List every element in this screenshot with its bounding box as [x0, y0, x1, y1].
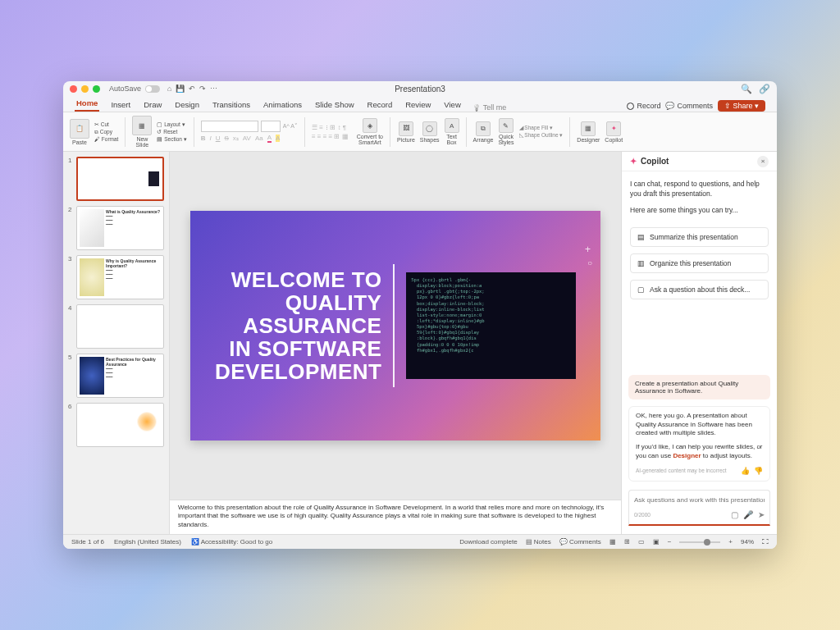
notes-toggle[interactable]: ▤ Notes [526, 538, 551, 546]
shapeoutline-button[interactable]: ◺ Shape Outline ▾ [519, 132, 564, 139]
paste-icon[interactable]: 📋 [70, 119, 89, 139]
doc-title: Presentation3 [63, 84, 777, 94]
status-bar: Slide 1 of 6 English (United States) ♿ A… [63, 534, 777, 549]
font-size[interactable] [261, 121, 281, 132]
thumb-6[interactable]: 6Conclusion [68, 403, 164, 447]
tab-slideshow[interactable]: Slide Show [313, 98, 356, 112]
tab-view[interactable]: View [442, 98, 462, 112]
doc-icon: ▤ [637, 233, 645, 241]
download-status: Download complete [459, 538, 517, 546]
slide-title[interactable]: WELCOME TO QUALITY ASSURANCE IN SOFTWARE… [215, 268, 381, 383]
question-icon: ▢ [637, 285, 645, 294]
textbox-icon[interactable]: A [445, 118, 459, 133]
comments-toggle[interactable]: 💬 Comments [559, 538, 601, 546]
designer-button[interactable]: ▦Designer [577, 121, 600, 143]
comments-button[interactable]: 💬 Comments [665, 102, 713, 110]
accessibility[interactable]: ♿ Accessibility: Good to go [191, 538, 272, 546]
slide[interactable]: WELCOME TO QUALITY ASSURANCE IN SOFTWARE… [190, 211, 600, 441]
thumb-2[interactable]: 2What is Quality Assurance?━━━━━━━━━━━━ [68, 206, 164, 250]
paste-group[interactable]: 📋 Paste [70, 119, 89, 145]
user-message: Create a presentation about Quality Assu… [628, 375, 770, 399]
shapes-icon[interactable]: ◯ [422, 121, 437, 136]
tab-review[interactable]: Review [404, 98, 432, 112]
send-icon[interactable]: ➤ [758, 510, 765, 519]
shapefill-button[interactable]: ◢ Shape Fill ▾ [519, 125, 564, 131]
copilot-icon[interactable]: ✦ [606, 121, 621, 136]
sugg-ask[interactable]: ▢Ask a question about this deck... [630, 280, 769, 299]
copilot-input-box[interactable]: 0/2000▢🎤➤ [628, 490, 770, 526]
reset-button[interactable]: ↺ Reset [157, 129, 186, 135]
thumb-1[interactable]: 1WELCOME TO QUALITY ASSURANCE IN SOFTWAR… [68, 157, 164, 201]
copilot-pane: Copilot× I can chat, respond to question… [621, 152, 777, 534]
quick-icon[interactable]: ✎ [499, 118, 514, 133]
sugg-organize[interactable]: ▥Organize this presentation [630, 253, 769, 273]
mic-icon[interactable]: 🎤 [743, 510, 753, 519]
titlebar: AutoSave ⌂ 💾 ↶ ↷ ⋯ Presentation3 🔍 🔗 [63, 81, 777, 96]
zoom-level[interactable]: 94% [741, 538, 754, 546]
copilot-ribbon-button[interactable]: ✦Copilot [605, 121, 623, 143]
font-select[interactable] [201, 121, 258, 132]
tab-home[interactable]: Home [75, 96, 99, 112]
arrange-icon[interactable]: ⧉ [476, 121, 491, 136]
code-image[interactable]: 5px {ccc}.gbrtl .gbm{- display:block;pos… [406, 272, 576, 379]
layout-button[interactable]: ▢ Layout ▾ [157, 121, 186, 128]
zoom-out[interactable]: − [668, 538, 672, 546]
view-normal-icon[interactable]: ▦ [609, 538, 616, 546]
thumb-3[interactable]: 3Why is Quality Assurance Important?━━━━… [68, 255, 164, 299]
sugg-summarize[interactable]: ▤Summarize this presentation [630, 227, 769, 247]
new-slide[interactable]: ▦ New Slide [132, 116, 152, 148]
tab-draw[interactable]: Draw [142, 98, 163, 112]
copilot-header: Copilot× [622, 152, 777, 171]
ribbon: 📋 Paste ✂ Cut ⧉ Copy 🖌 Format ▦ New Slid… [63, 112, 777, 152]
smartart[interactable]: ◈ Convert to SmartArt [357, 118, 383, 145]
close-copilot[interactable]: × [757, 156, 769, 167]
language[interactable]: English (United States) [114, 538, 181, 546]
copilot-intro: I can chat, respond to questions, and he… [622, 171, 777, 224]
arrange-button[interactable]: ⧉Arrange [473, 121, 494, 143]
ribbon-tabs: Home Insert Draw Design Transitions Anim… [63, 96, 777, 112]
thumbs-down-icon[interactable]: 👎 [754, 466, 763, 476]
picture-icon[interactable]: 🖼 [399, 121, 413, 136]
copilot-reply: OK, here you go. A presentation about Qu… [628, 406, 770, 482]
section-button[interactable]: ▤ Section ▾ [157, 136, 186, 143]
thumb-5[interactable]: 5Best Practices for Quality Assurance━━━… [68, 354, 164, 398]
view-reading-icon[interactable]: ▭ [638, 538, 645, 546]
textbox-button[interactable]: AText Box [445, 118, 459, 145]
zoom-slider[interactable] [679, 541, 720, 543]
new-slide-icon[interactable]: ▦ [132, 116, 152, 135]
slide-counter: Slide 1 of 6 [71, 538, 104, 546]
picture-button[interactable]: 🖼Picture [397, 121, 415, 143]
copilot-input[interactable] [634, 496, 765, 504]
tell-me[interactable]: Tell me [472, 103, 507, 112]
slide-canvas[interactable]: WELCOME TO QUALITY ASSURANCE IN SOFTWARE… [170, 152, 621, 500]
record-button[interactable]: Record [627, 102, 660, 110]
notes-pane[interactable]: Welcome to this presentation about the r… [170, 500, 621, 534]
thumbnail-panel: 1WELCOME TO QUALITY ASSURANCE IN SOFTWAR… [63, 152, 170, 534]
shapes-button[interactable]: ◯Shapes [420, 121, 440, 143]
designer-icon[interactable]: ▦ [581, 121, 596, 136]
format-button[interactable]: 🖌 Format [94, 136, 118, 142]
copy-button[interactable]: ⧉ Copy [94, 129, 118, 135]
view-sorter-icon[interactable]: ⊞ [624, 538, 630, 546]
tab-insert[interactable]: Insert [109, 98, 132, 112]
share-button[interactable]: ⇧ Share ▾ [718, 100, 765, 112]
smartart-icon[interactable]: ◈ [363, 118, 377, 133]
thumb-4[interactable]: 4The Role of QA in the Software Developm… [68, 304, 164, 349]
quickstyles-button[interactable]: ✎Quick Styles [498, 118, 514, 145]
app-window: AutoSave ⌂ 💾 ↶ ↷ ⋯ Presentation3 🔍 🔗 Hom… [63, 81, 777, 549]
cut-button[interactable]: ✂ Cut [94, 121, 118, 128]
tab-transitions[interactable]: Transitions [211, 98, 252, 112]
attach-icon[interactable]: ▢ [731, 510, 738, 519]
tab-record[interactable]: Record [366, 98, 395, 112]
zoom-in[interactable]: + [728, 538, 733, 546]
fit-icon[interactable]: ⛶ [762, 538, 769, 546]
main-area: WELCOME TO QUALITY ASSURANCE IN SOFTWARE… [170, 152, 621, 534]
stack-icon: ▥ [637, 259, 645, 267]
tab-animations[interactable]: Animations [262, 98, 304, 112]
divider [393, 264, 395, 387]
view-slideshow-icon[interactable]: ▣ [653, 538, 660, 546]
tab-design[interactable]: Design [173, 98, 201, 112]
thumbs-up-icon[interactable]: 👍 [741, 466, 750, 476]
